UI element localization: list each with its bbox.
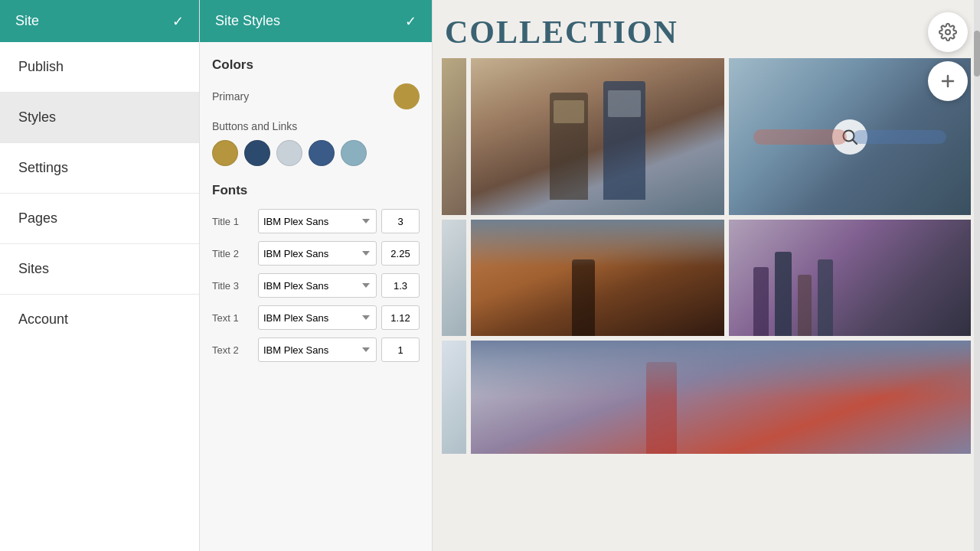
font-label-title2: Title 2 bbox=[212, 248, 253, 259]
scrollbar-thumb[interactable] bbox=[974, 31, 980, 77]
primary-color-label: Primary bbox=[212, 90, 249, 103]
primary-color-swatch[interactable] bbox=[394, 83, 420, 109]
gear-icon bbox=[939, 23, 957, 41]
site-styles-label: Site Styles bbox=[215, 13, 280, 29]
photo-row-2 bbox=[433, 220, 980, 336]
photo-row-3 bbox=[433, 341, 980, 454]
font-size-title1[interactable]: 3 bbox=[381, 209, 420, 233]
font-label-title1: Title 1 bbox=[212, 216, 253, 227]
swatch-dark-blue[interactable] bbox=[244, 140, 270, 166]
swatch-gold[interactable] bbox=[212, 140, 238, 166]
sidebar-item-pages[interactable]: Pages bbox=[0, 194, 199, 244]
photo-fashion-partial bbox=[442, 58, 466, 215]
font-select-title1[interactable]: IBM Plex SansArialGeorgia bbox=[258, 209, 377, 233]
primary-color-row: Primary bbox=[212, 83, 420, 109]
swatch-light-gray[interactable] bbox=[276, 140, 302, 166]
font-size-text2[interactable] bbox=[381, 337, 420, 362]
font-size-title2[interactable] bbox=[381, 241, 420, 266]
color-swatches bbox=[212, 140, 420, 166]
font-row-text2: Text 2 IBM Plex SansArialGeorgia bbox=[212, 337, 420, 362]
sidebar-item-sites[interactable]: Sites bbox=[0, 244, 199, 295]
sidebar-nav: Publish Styles Settings Pages Sites Acco… bbox=[0, 42, 199, 551]
middle-panel: Site Styles ✓ Colors Primary Buttons and… bbox=[200, 0, 433, 551]
sidebar-item-settings[interactable]: Settings bbox=[0, 143, 199, 194]
font-row-title3: Title 3 IBM Plex SansArialGeorgia bbox=[212, 273, 420, 298]
sidebar-item-publish[interactable]: Publish bbox=[0, 42, 199, 93]
photo-woman-lake[interactable] bbox=[471, 220, 724, 336]
photo-partial-bottom-left bbox=[442, 220, 466, 336]
font-select-text1[interactable]: IBM Plex SansArialGeorgia bbox=[258, 305, 377, 330]
sidebar-item-styles[interactable]: Styles bbox=[0, 93, 199, 143]
font-select-text2[interactable]: IBM Plex SansArialGeorgia bbox=[258, 337, 377, 362]
collection-title: COLLECTION bbox=[433, 0, 980, 58]
swatch-blue[interactable] bbox=[309, 140, 335, 166]
scrollbar-track bbox=[974, 0, 980, 551]
photo-fashion[interactable] bbox=[471, 58, 724, 215]
font-size-title3[interactable] bbox=[381, 273, 420, 298]
font-size-text1[interactable] bbox=[381, 305, 420, 330]
font-select-title2[interactable]: IBM Plex SansArialGeorgia bbox=[258, 241, 377, 266]
sidebar-item-account[interactable]: Account bbox=[0, 295, 199, 344]
photo-athlete[interactable] bbox=[471, 341, 971, 454]
colors-section-title: Colors bbox=[212, 57, 420, 73]
font-label-title3: Title 3 bbox=[212, 280, 253, 292]
settings-fab-button[interactable] bbox=[928, 12, 968, 52]
sidebar-header: Site ✓ bbox=[0, 0, 199, 42]
fab-container bbox=[928, 12, 968, 101]
sidebar: Site ✓ Publish Styles Settings Pages Sit… bbox=[0, 0, 200, 551]
font-label-text1: Text 1 bbox=[212, 312, 253, 324]
svg-point-2 bbox=[946, 30, 950, 34]
buttons-links-label: Buttons and Links bbox=[212, 120, 420, 132]
font-label-text2: Text 2 bbox=[212, 344, 253, 356]
font-row-text1: Text 1 IBM Plex SansArialGeorgia bbox=[212, 305, 420, 330]
site-label: Site bbox=[15, 13, 39, 29]
fonts-section-title: Fonts bbox=[212, 183, 420, 198]
plus-icon bbox=[939, 72, 957, 90]
add-fab-button[interactable] bbox=[928, 61, 968, 101]
middle-panel-header: Site Styles ✓ bbox=[200, 0, 432, 42]
swatch-light-blue[interactable] bbox=[341, 140, 367, 166]
middle-panel-content: Colors Primary Buttons and Links Fonts T… bbox=[200, 42, 432, 551]
content-area: COLLECTION bbox=[433, 0, 980, 551]
photo-partial-snow bbox=[442, 341, 466, 454]
font-select-title3[interactable]: IBM Plex SansArialGeorgia bbox=[258, 273, 377, 298]
photo-row-1 bbox=[433, 58, 980, 215]
site-check-icon: ✓ bbox=[172, 13, 184, 30]
site-styles-check-icon: ✓ bbox=[405, 13, 416, 30]
photo-crowd[interactable] bbox=[729, 220, 971, 336]
font-row-title1: Title 1 IBM Plex SansArialGeorgia 3 bbox=[212, 209, 420, 233]
font-row-title2: Title 2 IBM Plex SansArialGeorgia bbox=[212, 241, 420, 266]
